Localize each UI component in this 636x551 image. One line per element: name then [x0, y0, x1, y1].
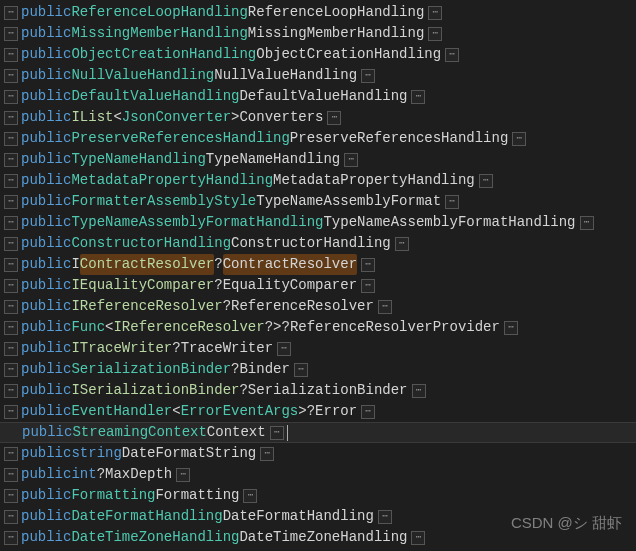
- fold-icon[interactable]: [580, 216, 594, 230]
- fold-icon[interactable]: [361, 258, 375, 272]
- code-line[interactable]: public SerializationBinder? Binder: [0, 359, 636, 380]
- code-line[interactable]: public ConstructorHandling ConstructorHa…: [0, 233, 636, 254]
- fold-icon[interactable]: [395, 237, 409, 251]
- fold-icon[interactable]: [4, 111, 18, 125]
- fold-icon[interactable]: [176, 468, 190, 482]
- fold-icon[interactable]: [4, 174, 18, 188]
- fold-icon[interactable]: [4, 216, 18, 230]
- code-line[interactable]: public ISerializationBinder? Serializati…: [0, 380, 636, 401]
- fold-icon[interactable]: [361, 69, 375, 83]
- fold-icon[interactable]: [412, 384, 426, 398]
- punctuation: <: [113, 107, 121, 128]
- code-line[interactable]: public NullValueHandling NullValueHandli…: [0, 65, 636, 86]
- code-line[interactable]: public ObjectCreationHandling ObjectCrea…: [0, 44, 636, 65]
- fold-icon[interactable]: [4, 279, 18, 293]
- fold-icon[interactable]: [4, 90, 18, 104]
- code-line[interactable]: public StreamingContext Context: [0, 422, 636, 443]
- fold-icon[interactable]: [428, 6, 442, 20]
- fold-icon[interactable]: [445, 195, 459, 209]
- fold-icon[interactable]: [512, 132, 526, 146]
- code-line[interactable]: public MetadataPropertyHandling Metadata…: [0, 170, 636, 191]
- fold-icon[interactable]: [4, 132, 18, 146]
- fold-icon[interactable]: [378, 300, 392, 314]
- code-line[interactable]: public Func<IReferenceResolver?>? Refere…: [0, 317, 636, 338]
- fold-icon[interactable]: [4, 6, 18, 20]
- fold-icon[interactable]: [361, 279, 375, 293]
- fold-icon[interactable]: [4, 321, 18, 335]
- interface-name: IReferenceResolver: [71, 296, 222, 317]
- fold-icon[interactable]: [4, 384, 18, 398]
- fold-icon[interactable]: [378, 510, 392, 524]
- keyword: public: [21, 86, 71, 107]
- identifier: DateTimeZoneHandling: [239, 527, 407, 548]
- fold-icon[interactable]: [4, 468, 18, 482]
- fold-icon[interactable]: [4, 48, 18, 62]
- keyword: public: [21, 380, 71, 401]
- code-line[interactable]: public ITraceWriter? TraceWriter: [0, 338, 636, 359]
- code-line[interactable]: public IEqualityComparer? EqualityCompar…: [0, 275, 636, 296]
- code-line[interactable]: public TypeNameAssemblyFormatHandling Ty…: [0, 212, 636, 233]
- code-line[interactable]: public PreserveReferencesHandling Preser…: [0, 128, 636, 149]
- fold-icon[interactable]: [428, 27, 442, 41]
- code-line[interactable]: public EventHandler<ErrorEventArgs>? Err…: [0, 401, 636, 422]
- fold-icon[interactable]: [4, 27, 18, 41]
- fold-icon[interactable]: [4, 237, 18, 251]
- fold-icon[interactable]: [445, 48, 459, 62]
- fold-icon[interactable]: [4, 489, 18, 503]
- fold-icon[interactable]: [479, 174, 493, 188]
- fold-icon[interactable]: [4, 363, 18, 377]
- fold-icon[interactable]: [4, 342, 18, 356]
- keyword: public: [21, 506, 71, 527]
- code-line[interactable]: public int? MaxDepth: [0, 464, 636, 485]
- fold-icon[interactable]: [277, 342, 291, 356]
- fold-icon[interactable]: [327, 111, 341, 125]
- fold-icon[interactable]: [4, 447, 18, 461]
- type-name: JsonConverter: [122, 107, 231, 128]
- identifier: ReferenceResolverProvider: [290, 317, 500, 338]
- identifier: TypeNameAssemblyFormatHandling: [323, 212, 575, 233]
- code-editor[interactable]: public ReferenceLoopHandling ReferenceLo…: [0, 0, 636, 551]
- fold-icon[interactable]: [411, 531, 425, 545]
- fold-icon[interactable]: [4, 258, 18, 272]
- punctuation: ?>?: [265, 317, 290, 338]
- fold-icon[interactable]: [294, 363, 308, 377]
- identifier: TraceWriter: [181, 338, 273, 359]
- keyword: public: [21, 107, 71, 128]
- type-name: PreserveReferencesHandling: [71, 128, 289, 149]
- keyword: public: [21, 443, 71, 464]
- fold-icon[interactable]: [270, 426, 284, 440]
- fold-icon[interactable]: [4, 153, 18, 167]
- fold-icon[interactable]: [504, 321, 518, 335]
- fold-icon[interactable]: [4, 69, 18, 83]
- fold-icon[interactable]: [4, 531, 18, 545]
- code-line[interactable]: public ReferenceLoopHandling ReferenceLo…: [0, 2, 636, 23]
- identifier: Context: [207, 422, 266, 443]
- fold-icon[interactable]: [4, 300, 18, 314]
- fold-icon[interactable]: [4, 510, 18, 524]
- identifier: ObjectCreationHandling: [256, 44, 441, 65]
- identifier: I: [71, 254, 79, 275]
- code-line[interactable]: public DefaultValueHandling DefaultValue…: [0, 86, 636, 107]
- keyword: public: [21, 170, 71, 191]
- identifier: MetadataPropertyHandling: [273, 170, 475, 191]
- fold-icon[interactable]: [344, 153, 358, 167]
- fold-icon[interactable]: [243, 489, 257, 503]
- code-line[interactable]: public Formatting Formatting: [0, 485, 636, 506]
- fold-icon[interactable]: [260, 447, 274, 461]
- fold-icon[interactable]: [4, 195, 18, 209]
- type-name: ObjectCreationHandling: [71, 44, 256, 65]
- code-line[interactable]: public IContractResolver? ContractResolv…: [0, 254, 636, 275]
- type-name: TypeNameHandling: [71, 149, 205, 170]
- code-line[interactable]: public IReferenceResolver? ReferenceReso…: [0, 296, 636, 317]
- code-line[interactable]: public IList<JsonConverter> Converters: [0, 107, 636, 128]
- code-line[interactable]: public MissingMemberHandling MissingMemb…: [0, 23, 636, 44]
- fold-icon[interactable]: [411, 90, 425, 104]
- keyword: public: [21, 44, 71, 65]
- code-line[interactable]: public string DateFormatString: [0, 443, 636, 464]
- identifier: Converters: [239, 107, 323, 128]
- type-name: FormatterAssemblyStyle: [71, 191, 256, 212]
- fold-icon[interactable]: [4, 405, 18, 419]
- fold-icon[interactable]: [361, 405, 375, 419]
- code-line[interactable]: public TypeNameHandling TypeNameHandling: [0, 149, 636, 170]
- code-line[interactable]: public FormatterAssemblyStyle TypeNameAs…: [0, 191, 636, 212]
